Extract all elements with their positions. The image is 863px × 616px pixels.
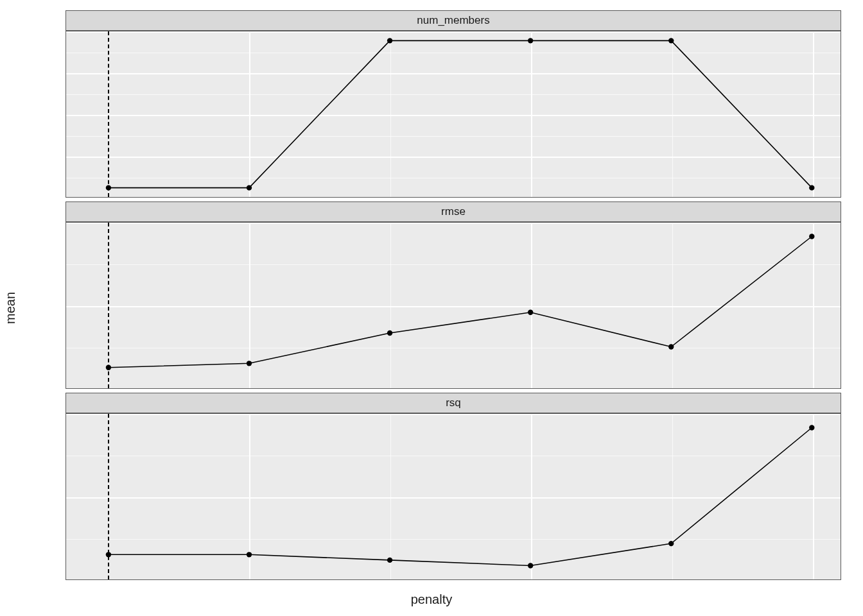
- x-tick-label: 1e-03: [519, 579, 543, 580]
- facet-strip: rsq: [65, 393, 841, 413]
- svg-point-12: [106, 552, 111, 557]
- facet-panel: 0.94210.94210.94211e-051e-031e-01: [65, 413, 841, 580]
- svg-point-2: [387, 38, 392, 43]
- svg-point-13: [247, 552, 252, 557]
- facet-strip: rmse: [65, 201, 841, 222]
- x-tick-label: 1e-05: [237, 579, 261, 580]
- svg-point-15: [528, 563, 533, 568]
- facet-num_members: num_members5.725.745.765.785.80: [65, 10, 841, 198]
- facet-rmse: rmse3.9973.9973.997: [65, 201, 841, 389]
- faceted-line-chart: mean penalty num_members5.725.745.765.78…: [6, 6, 857, 610]
- facet-strip: num_members: [65, 10, 841, 31]
- y-axis-title: mean: [3, 292, 18, 324]
- svg-point-5: [809, 185, 814, 190]
- svg-point-1: [247, 185, 252, 190]
- svg-point-10: [668, 344, 674, 349]
- facet-panel: 5.725.745.765.785.80: [65, 31, 841, 198]
- svg-point-17: [809, 425, 814, 430]
- plot-column: num_members5.725.745.765.785.80rmse3.997…: [65, 10, 841, 584]
- series-num_members: [66, 31, 841, 197]
- svg-point-14: [387, 558, 392, 563]
- series-rsq: [66, 414, 841, 579]
- svg-point-16: [668, 541, 674, 546]
- x-tick-label: 1e-01: [801, 579, 825, 580]
- series-rmse: [66, 223, 841, 388]
- facet-panel: 3.9973.9973.997: [65, 222, 841, 389]
- svg-point-4: [668, 38, 674, 43]
- svg-point-3: [528, 38, 533, 43]
- svg-point-6: [106, 365, 111, 370]
- svg-point-7: [247, 361, 252, 366]
- svg-point-9: [528, 310, 533, 315]
- facet-rsq: rsq0.94210.94210.94211e-051e-031e-01: [65, 393, 841, 580]
- svg-point-0: [106, 185, 111, 190]
- svg-point-8: [387, 330, 392, 336]
- svg-point-11: [809, 234, 814, 239]
- x-axis-title: penalty: [411, 592, 453, 607]
